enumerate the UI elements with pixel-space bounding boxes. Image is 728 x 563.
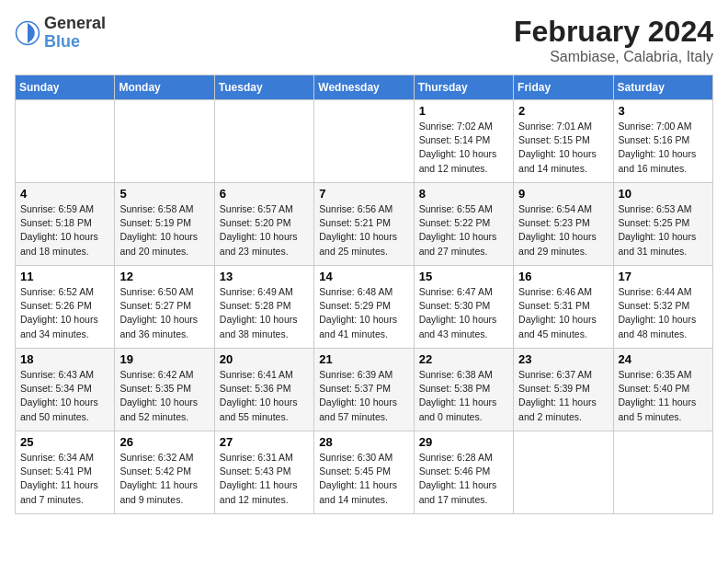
day-info: Sunrise: 7:02 AMSunset: 5:14 PMDaylight:… bbox=[419, 120, 508, 176]
day-info: Sunrise: 6:31 AMSunset: 5:43 PMDaylight:… bbox=[220, 451, 309, 507]
day-info: Sunrise: 6:59 AMSunset: 5:18 PMDaylight:… bbox=[20, 202, 109, 259]
day-number: 3 bbox=[619, 104, 708, 118]
day-number: 23 bbox=[518, 352, 608, 366]
day-number: 17 bbox=[619, 270, 708, 283]
calendar-week-2: 4Sunrise: 6:59 AMSunset: 5:18 PMDaylight… bbox=[16, 183, 713, 266]
calendar-cell: 5Sunrise: 6:58 AMSunset: 5:19 PMDaylight… bbox=[115, 183, 214, 266]
day-info: Sunrise: 6:52 AMSunset: 5:26 PMDaylight:… bbox=[20, 285, 109, 341]
day-info: Sunrise: 6:34 AMSunset: 5:41 PMDaylight:… bbox=[20, 451, 109, 507]
title-area: February 2024 Sambiase, Calabria, Italy bbox=[514, 15, 713, 65]
calendar-cell: 22Sunrise: 6:38 AMSunset: 5:38 PMDayligh… bbox=[414, 349, 513, 431]
calendar-cell: 3Sunrise: 7:00 AMSunset: 5:16 PMDaylight… bbox=[613, 100, 712, 183]
logo-general: General bbox=[44, 15, 106, 33]
calendar-cell: 7Sunrise: 6:56 AMSunset: 5:21 PMDaylight… bbox=[314, 183, 414, 266]
calendar-cell: 1Sunrise: 7:02 AMSunset: 5:14 PMDaylight… bbox=[414, 100, 513, 183]
day-info: Sunrise: 6:58 AMSunset: 5:19 PMDaylight:… bbox=[119, 202, 209, 259]
logo-blue: Blue bbox=[44, 33, 106, 52]
day-number: 26 bbox=[119, 435, 209, 449]
location-subtitle: Sambiase, Calabria, Italy bbox=[514, 49, 713, 65]
header-saturday: Saturday bbox=[613, 75, 712, 100]
day-info: Sunrise: 6:35 AMSunset: 5:40 PMDaylight:… bbox=[619, 368, 708, 424]
header-monday: Monday bbox=[115, 75, 214, 100]
day-info: Sunrise: 6:44 AMSunset: 5:32 PMDaylight:… bbox=[619, 285, 708, 341]
calendar-cell: 9Sunrise: 6:54 AMSunset: 5:23 PMDaylight… bbox=[514, 183, 613, 266]
day-number: 1 bbox=[419, 104, 508, 118]
calendar-cell: 23Sunrise: 6:37 AMSunset: 5:39 PMDayligh… bbox=[514, 349, 613, 431]
day-info: Sunrise: 6:49 AMSunset: 5:28 PMDaylight:… bbox=[220, 285, 309, 341]
calendar-table: SundayMondayTuesdayWednesdayThursdayFrid… bbox=[15, 75, 713, 514]
logo-icon bbox=[15, 20, 40, 46]
day-info: Sunrise: 6:37 AMSunset: 5:39 PMDaylight:… bbox=[518, 368, 608, 424]
day-info: Sunrise: 6:50 AMSunset: 5:27 PMDaylight:… bbox=[119, 285, 209, 341]
page-title: February 2024 bbox=[514, 15, 713, 49]
header-tuesday: Tuesday bbox=[214, 75, 313, 100]
calendar-cell: 14Sunrise: 6:48 AMSunset: 5:29 PMDayligh… bbox=[314, 266, 414, 349]
calendar-cell: 2Sunrise: 7:01 AMSunset: 5:15 PMDaylight… bbox=[514, 100, 613, 183]
calendar-week-5: 25Sunrise: 6:34 AMSunset: 5:41 PMDayligh… bbox=[16, 431, 713, 514]
day-info: Sunrise: 6:42 AMSunset: 5:35 PMDaylight:… bbox=[119, 368, 209, 424]
day-info: Sunrise: 6:56 AMSunset: 5:21 PMDaylight:… bbox=[319, 202, 408, 259]
calendar-cell: 4Sunrise: 6:59 AMSunset: 5:18 PMDaylight… bbox=[16, 183, 115, 266]
calendar-cell: 16Sunrise: 6:46 AMSunset: 5:31 PMDayligh… bbox=[514, 266, 613, 349]
calendar-cell: 13Sunrise: 6:49 AMSunset: 5:28 PMDayligh… bbox=[214, 266, 313, 349]
calendar-cell: 25Sunrise: 6:34 AMSunset: 5:41 PMDayligh… bbox=[16, 431, 115, 514]
calendar-cell bbox=[214, 100, 313, 183]
day-number: 11 bbox=[20, 270, 109, 283]
day-number: 25 bbox=[20, 435, 109, 449]
day-info: Sunrise: 6:43 AMSunset: 5:34 PMDaylight:… bbox=[20, 368, 109, 424]
day-number: 29 bbox=[419, 435, 508, 449]
day-number: 15 bbox=[419, 270, 508, 283]
header: General Blue February 2024 Sambiase, Cal… bbox=[15, 15, 713, 65]
logo-text: General Blue bbox=[44, 15, 106, 52]
day-number: 22 bbox=[419, 352, 508, 366]
day-info: Sunrise: 6:57 AMSunset: 5:20 PMDaylight:… bbox=[220, 202, 309, 259]
day-info: Sunrise: 6:55 AMSunset: 5:22 PMDaylight:… bbox=[419, 202, 508, 259]
day-number: 10 bbox=[619, 187, 708, 201]
calendar-cell bbox=[314, 100, 414, 183]
day-number: 6 bbox=[220, 187, 309, 201]
day-number: 21 bbox=[319, 352, 408, 366]
header-friday: Friday bbox=[514, 75, 613, 100]
day-info: Sunrise: 6:41 AMSunset: 5:36 PMDaylight:… bbox=[220, 368, 309, 424]
calendar-cell: 29Sunrise: 6:28 AMSunset: 5:46 PMDayligh… bbox=[414, 431, 513, 514]
day-number: 24 bbox=[619, 352, 708, 366]
day-number: 14 bbox=[319, 270, 408, 283]
day-number: 28 bbox=[319, 435, 408, 449]
calendar-cell: 17Sunrise: 6:44 AMSunset: 5:32 PMDayligh… bbox=[613, 266, 712, 349]
calendar-cell: 10Sunrise: 6:53 AMSunset: 5:25 PMDayligh… bbox=[613, 183, 712, 266]
header-sunday: Sunday bbox=[16, 75, 115, 100]
calendar-header-row: SundayMondayTuesdayWednesdayThursdayFrid… bbox=[16, 75, 713, 100]
day-info: Sunrise: 6:30 AMSunset: 5:45 PMDaylight:… bbox=[319, 451, 408, 507]
calendar-week-1: 1Sunrise: 7:02 AMSunset: 5:14 PMDaylight… bbox=[16, 100, 713, 183]
calendar-cell: 26Sunrise: 6:32 AMSunset: 5:42 PMDayligh… bbox=[115, 431, 214, 514]
calendar-week-4: 18Sunrise: 6:43 AMSunset: 5:34 PMDayligh… bbox=[16, 349, 713, 431]
calendar-cell bbox=[514, 431, 613, 514]
calendar-cell: 28Sunrise: 6:30 AMSunset: 5:45 PMDayligh… bbox=[314, 431, 414, 514]
calendar-week-3: 11Sunrise: 6:52 AMSunset: 5:26 PMDayligh… bbox=[16, 266, 713, 349]
day-number: 5 bbox=[119, 187, 209, 201]
day-info: Sunrise: 6:53 AMSunset: 5:25 PMDaylight:… bbox=[619, 202, 708, 259]
calendar-cell: 27Sunrise: 6:31 AMSunset: 5:43 PMDayligh… bbox=[214, 431, 313, 514]
day-info: Sunrise: 6:32 AMSunset: 5:42 PMDaylight:… bbox=[119, 451, 209, 507]
day-info: Sunrise: 6:38 AMSunset: 5:38 PMDaylight:… bbox=[419, 368, 508, 424]
day-info: Sunrise: 6:46 AMSunset: 5:31 PMDaylight:… bbox=[518, 285, 608, 341]
day-info: Sunrise: 6:39 AMSunset: 5:37 PMDaylight:… bbox=[319, 368, 408, 424]
calendar-cell: 20Sunrise: 6:41 AMSunset: 5:36 PMDayligh… bbox=[214, 349, 313, 431]
calendar-cell: 18Sunrise: 6:43 AMSunset: 5:34 PMDayligh… bbox=[16, 349, 115, 431]
logo: General Blue bbox=[15, 15, 106, 52]
day-number: 7 bbox=[319, 187, 408, 201]
day-number: 19 bbox=[119, 352, 209, 366]
day-info: Sunrise: 6:47 AMSunset: 5:30 PMDaylight:… bbox=[419, 285, 508, 341]
day-info: Sunrise: 6:48 AMSunset: 5:29 PMDaylight:… bbox=[319, 285, 408, 341]
day-info: Sunrise: 7:01 AMSunset: 5:15 PMDaylight:… bbox=[518, 120, 608, 176]
day-number: 20 bbox=[220, 352, 309, 366]
calendar-cell: 11Sunrise: 6:52 AMSunset: 5:26 PMDayligh… bbox=[16, 266, 115, 349]
day-number: 16 bbox=[518, 270, 608, 283]
calendar-cell bbox=[115, 100, 214, 183]
calendar-cell: 21Sunrise: 6:39 AMSunset: 5:37 PMDayligh… bbox=[314, 349, 414, 431]
calendar-cell: 19Sunrise: 6:42 AMSunset: 5:35 PMDayligh… bbox=[115, 349, 214, 431]
calendar-cell: 8Sunrise: 6:55 AMSunset: 5:22 PMDaylight… bbox=[414, 183, 513, 266]
day-number: 4 bbox=[20, 187, 109, 201]
calendar-cell: 6Sunrise: 6:57 AMSunset: 5:20 PMDaylight… bbox=[214, 183, 313, 266]
day-info: Sunrise: 7:00 AMSunset: 5:16 PMDaylight:… bbox=[619, 120, 708, 176]
